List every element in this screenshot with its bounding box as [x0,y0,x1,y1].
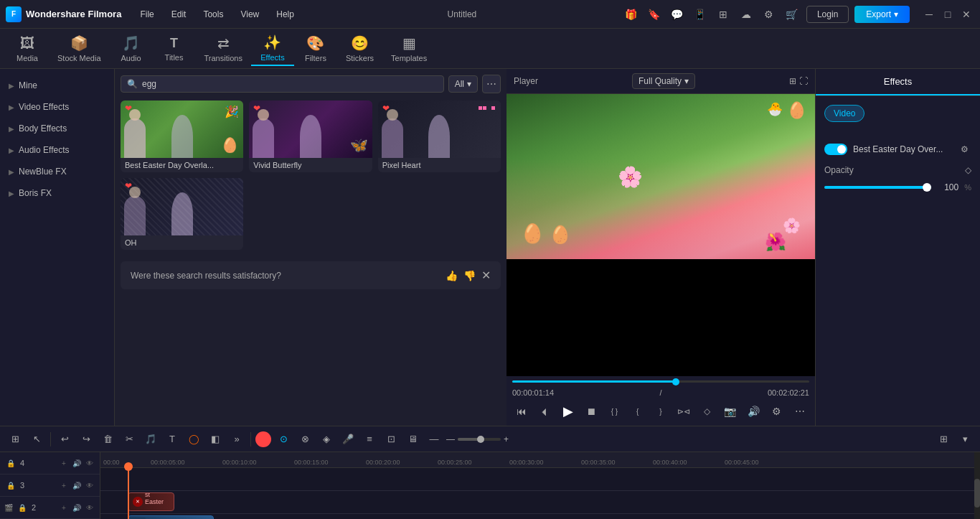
menu-tools[interactable]: Tools [196,6,230,22]
mark-in-btn[interactable]: { [628,401,647,421]
track-add-btn[interactable]: + [58,480,70,491]
color-btn[interactable]: ◯ [184,430,203,449]
fullscreen-icon[interactable]: ⛶ [799,76,808,86]
zoom-out-icon[interactable]: — [446,434,455,444]
scroll-thumb[interactable] [974,479,980,508]
rpanel-tab-effects[interactable]: Effects [816,69,980,95]
track-add-btn[interactable]: + [58,457,70,469]
track-eye-icon[interactable]: 👁 [84,457,95,469]
volume-btn[interactable]: 🔊 [744,401,763,421]
thumbs-down-icon[interactable]: 👎 [463,270,476,281]
add-marker-btn[interactable]: ◇ [697,401,716,421]
tab-filters[interactable]: 🎨 Filters [294,32,337,65]
bookmark-icon[interactable]: 🔖 [646,6,663,23]
search-filter-dropdown[interactable]: All ▾ [448,75,478,93]
track-add-btn[interactable]: + [58,502,70,513]
speech-icon[interactable]: 💬 [669,6,686,23]
select-tool-btn[interactable]: ↖ [27,430,46,449]
snap-btn[interactable]: ⊙ [274,430,293,449]
progress-bar[interactable] [512,380,809,383]
login-button[interactable]: Login [806,6,849,23]
opacity-slider[interactable] [824,186,931,189]
grid-view-icon[interactable]: ⊞ [789,76,796,86]
track-eye-icon[interactable]: 👁 [84,502,95,513]
thumbs-up-icon[interactable]: 👍 [446,270,458,281]
mark-btn[interactable]: ◈ [317,430,336,449]
split-audio-btn[interactable]: ⊳⊲ [674,401,693,421]
menu-edit[interactable]: Edit [164,6,194,22]
effect-card-pixel[interactable]: ❤ Pixel Heart [378,100,501,172]
quality-dropdown[interactable]: Full Quality ▾ [632,73,695,89]
mark-out-btn[interactable]: } [651,401,670,421]
track-lock-icon[interactable]: 🔒 [4,457,17,469]
track-lock-icon[interactable]: 🔒 [4,479,17,492]
maximize-button[interactable]: □ [940,6,956,22]
effect-clip[interactable]: ✕ st Easter ... [128,492,174,511]
sidebar-item-audio-effects[interactable]: ▶ Audio Effects [0,139,114,161]
tab-audio[interactable]: 🎵 Audio [110,32,153,65]
effect-card-oh[interactable]: ❤ OH [121,178,243,250]
vertical-scrollbar[interactable] [974,452,980,519]
track-eye-icon[interactable]: 👁 [84,480,95,491]
opacity-thumb[interactable] [923,183,931,192]
track-sound-icon[interactable]: 🔊 [71,457,83,469]
tab-effects[interactable]: ✨ Effects [251,31,294,66]
export-button[interactable]: Export ▾ [854,6,910,23]
settings-btn[interactable]: ⚙ [767,401,786,421]
gift-icon[interactable]: 🎁 [623,6,640,23]
video-clip[interactable]: 🌸 lowers - Vide... [128,515,214,519]
sidebar-item-body-effects[interactable]: ▶ Body Effects [0,118,114,139]
sidebar-item-mine[interactable]: ▶ Mine [0,75,114,96]
settings-icon[interactable]: ⚙ [760,6,778,23]
play-btn[interactable]: ▶ [559,401,578,421]
zoom-slider[interactable] [458,438,501,441]
satisfaction-close-btn[interactable]: ✕ [481,268,491,282]
text-btn[interactable]: T [163,430,182,449]
stop-btn[interactable]: ⏹ [582,401,600,421]
menu-help[interactable]: Help [269,6,301,22]
tab-templates[interactable]: ▦ Templates [382,32,435,65]
track-sound-icon[interactable]: 🔊 [71,502,83,513]
effect-settings-icon[interactable]: ⚙ [957,142,971,156]
timeline-ruler[interactable]: 00:00 00:00:05:00 00:00:10:00 00:00:15:0… [100,452,980,468]
undo-btn[interactable]: ↩ [55,430,74,449]
captions-btn[interactable]: ≡ [360,430,379,449]
tab-stickers[interactable]: 😊 Stickers [337,32,382,65]
keyframe-diamond-icon[interactable]: ◇ [965,165,971,175]
sidebar-item-video-effects[interactable]: ▶ Video Effects [0,96,114,118]
search-more-btn[interactable]: ⋯ [482,75,501,93]
phone-icon[interactable]: 📱 [692,6,709,23]
voice-btn[interactable]: 🎤 [339,430,357,449]
mask-btn[interactable]: ◧ [206,430,225,449]
more-tools-btn[interactable]: » [227,430,246,449]
video-section-btn[interactable]: Video [824,105,864,122]
more-btn[interactable]: ⋯ [791,401,809,421]
timeline-settings-icon[interactable]: ⊞ [934,430,953,449]
remove-bg-btn[interactable]: — [425,430,443,449]
redo-btn[interactable]: ↪ [77,430,95,449]
effect-toggle[interactable] [824,144,847,155]
cloud-icon[interactable]: ☁ [738,6,755,23]
tab-titles[interactable]: T Titles [153,33,196,65]
menu-view[interactable]: View [233,6,266,22]
effect-card-easter[interactable]: ❤ 🥚 🎉 Best Easter Day Overla... [121,100,243,172]
scene-detect-btn[interactable]: ⊗ [296,430,314,449]
delete-btn[interactable]: 🗑 [98,430,117,449]
zoom-in-icon[interactable]: + [504,434,509,444]
cut-btn[interactable]: ✂ [120,430,138,449]
close-button[interactable]: ✕ [958,6,974,22]
search-input[interactable] [142,79,438,89]
tab-transitions[interactable]: ⇄ Transitions [196,32,251,65]
record-btn[interactable] [255,431,271,447]
track-sound-icon[interactable]: 🔊 [71,480,83,491]
play-prev-frame-btn[interactable]: ⏴ [535,401,554,421]
subtitle-btn[interactable]: ⊡ [382,430,400,449]
track-lock-icon[interactable]: 🔒 [16,501,29,514]
clip-x-btn[interactable]: ✕ [133,497,143,507]
play-next-frame-btn[interactable]: { } [605,401,623,421]
menu-file[interactable]: File [133,6,161,22]
timeline-more-icon[interactable]: ▾ [956,430,974,449]
sidebar-item-newblue-fx[interactable]: ▶ NewBlue FX [0,161,114,182]
effect-card-butterfly[interactable]: ❤ 🦋 Vivid Butterfly [249,100,372,172]
grid-icon[interactable]: ⊞ [715,6,732,23]
